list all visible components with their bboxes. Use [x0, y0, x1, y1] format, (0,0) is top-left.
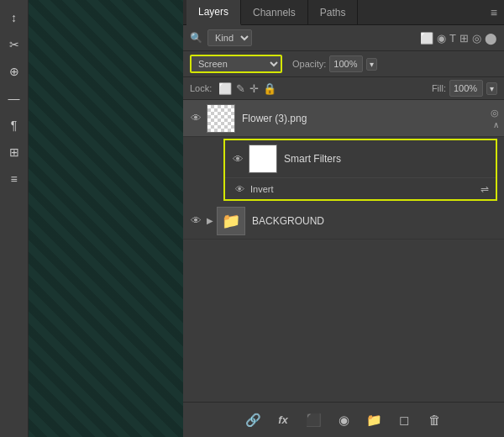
background-layer-name: BACKGROUND [252, 215, 499, 227]
tool-zoom[interactable]: ⊕ [3, 61, 25, 82]
fill-input[interactable] [449, 80, 483, 97]
add-mask-btn[interactable]: ⬛ [302, 409, 324, 431]
smart-filters-row[interactable]: 👁 Smart Filters [225, 140, 496, 177]
filter-adjustment-icon[interactable]: ◉ [437, 32, 446, 45]
new-group-btn[interactable]: 📁 [363, 409, 385, 431]
opacity-input[interactable] [329, 55, 363, 72]
toolbox: ↕ ✂ ⊕ — ¶ ⊞ ≡ [0, 0, 29, 437]
filter-row: 🔍 Kind ⬜ ◉ T ⊞ ◎ ⬤ [183, 25, 504, 51]
tool-grid[interactable]: ⊞ [3, 141, 25, 163]
tool-select[interactable]: ✂ [3, 34, 25, 55]
tab-bar: Layers Channels Paths ≡ [183, 0, 504, 25]
flower-layer-info: Flower (3).png [242, 113, 491, 124]
link-layers-btn[interactable]: 🔗 [242, 409, 264, 431]
tool-move[interactable]: ↕ [3, 7, 25, 29]
invert-visibility-eye[interactable]: 👁 [232, 182, 247, 197]
tab-layers[interactable]: Layers [186, 0, 241, 25]
tool-text[interactable]: ¶ [3, 114, 25, 136]
blend-mode-select[interactable]: Screen Normal Multiply Overlay [190, 55, 282, 73]
filter-dot-icon[interactable]: ⬤ [485, 32, 497, 45]
invert-adjust-icon[interactable]: ⇌ [480, 183, 489, 195]
smart-filters-info: Smart Filters [284, 153, 491, 165]
flower-expand-icon[interactable]: ∧ [493, 120, 499, 129]
layers-list: 👁 Flower (3).png ◎ ∧ 👁 Smart Filters [183, 100, 504, 402]
opacity-row: Opacity: ▾ [292, 55, 377, 72]
filter-pixel-icon[interactable]: ⬜ [420, 32, 433, 45]
filter-smartobj-icon[interactable]: ◎ [472, 32, 481, 45]
tab-paths[interactable]: Paths [308, 0, 359, 25]
fill-dropdown-btn[interactable]: ▾ [486, 82, 497, 95]
layer-flower[interactable]: 👁 Flower (3).png ◎ ∧ [183, 100, 504, 137]
tool-line[interactable]: — [3, 87, 25, 109]
tool-list[interactable]: ≡ [3, 168, 25, 190]
flower-visibility-eye[interactable]: 👁 [188, 111, 203, 126]
flower-layer-name: Flower (3).png [242, 113, 491, 124]
flower-filter-badge: ◎ [491, 108, 499, 118]
background-visibility-eye[interactable]: 👁 [188, 213, 203, 229]
filter-shape-icon[interactable]: ⊞ [459, 32, 469, 45]
background-expand-arrow[interactable]: ▶ [207, 216, 213, 225]
bottom-toolbar: 🔗 fx ⬛ ◉ 📁 ◻ 🗑 [183, 402, 504, 437]
flower-thumbnail [207, 104, 235, 133]
layer-background[interactable]: 👁 ▶ 📁 BACKGROUND [183, 203, 504, 240]
lock-label: Lock: [190, 83, 212, 93]
invert-row[interactable]: 👁 Invert ⇌ [225, 177, 496, 199]
canvas-area: ↕ ✂ ⊕ — ¶ ⊞ ≡ [0, 0, 183, 437]
flower-right-icons: ◎ ∧ [491, 108, 499, 129]
tab-channels[interactable]: Channels [241, 0, 308, 25]
opacity-dropdown-btn[interactable]: ▾ [366, 58, 377, 71]
layers-panel: Layers Channels Paths ≡ 🔍 Kind ⬜ ◉ T ⊞ ◎… [183, 0, 504, 437]
background-layer-info: BACKGROUND [252, 215, 499, 227]
lock-paint-icon[interactable]: ✎ [236, 82, 245, 95]
lock-icons: ⬜ ✎ ✛ 🔒 [218, 82, 276, 95]
opacity-label: Opacity: [292, 59, 326, 69]
filter-type-icon[interactable]: T [449, 32, 456, 45]
lock-row: Lock: ⬜ ✎ ✛ 🔒 Fill: ▾ [183, 77, 504, 100]
smart-filters-thumbnail [249, 145, 277, 173]
search-icon: 🔍 [190, 32, 202, 44]
background-thumbnail: 📁 [217, 207, 245, 235]
blend-row: Screen Normal Multiply Overlay Opacity: … [183, 51, 504, 77]
fill-row: Fill: ▾ [432, 80, 497, 97]
smart-filters-group: 👁 Smart Filters 👁 Invert ⇌ [223, 139, 497, 201]
filter-icons: ⬜ ◉ T ⊞ ◎ ⬤ [420, 32, 497, 45]
smart-filters-name: Smart Filters [284, 153, 491, 165]
adjustment-btn[interactable]: ◉ [333, 409, 354, 431]
new-layer-btn[interactable]: ◻ [393, 409, 415, 431]
lock-transparent-icon[interactable]: ⬜ [218, 82, 232, 95]
fill-label: Fill: [432, 83, 446, 93]
fx-btn[interactable]: fx [272, 409, 294, 431]
lock-all-icon[interactable]: 🔒 [263, 82, 276, 95]
lock-move-icon[interactable]: ✛ [249, 82, 259, 95]
kind-select[interactable]: Kind [207, 29, 252, 46]
delete-layer-btn[interactable]: 🗑 [423, 409, 445, 431]
panel-menu-icon[interactable]: ≡ [491, 6, 497, 19]
smart-filters-visibility-eye[interactable]: 👁 [230, 151, 245, 166]
invert-label: Invert [250, 184, 274, 194]
